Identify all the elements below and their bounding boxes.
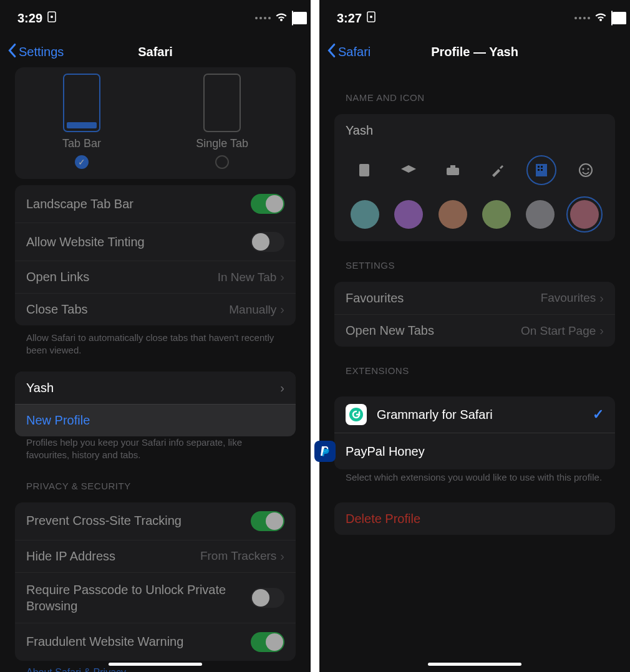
name-icon-header: NAME AND ICON <box>334 67 615 108</box>
row-label: Landscape Tab Bar <box>26 197 251 211</box>
battery-icon <box>611 11 613 26</box>
svg-point-13 <box>582 168 584 170</box>
row-label: Yash <box>26 381 280 395</box>
single-tab-option[interactable]: Single Tab <box>196 74 248 169</box>
briefcase-icon[interactable] <box>438 155 468 185</box>
open-links-row[interactable]: Open Links In New Tab › <box>15 261 296 293</box>
chevron-right-icon: › <box>599 291 604 305</box>
color-green[interactable] <box>482 200 511 229</box>
portrait-lock-icon <box>367 11 376 26</box>
color-picker <box>334 194 615 241</box>
toggle-off[interactable] <box>251 232 284 252</box>
id-badge-icon[interactable] <box>349 155 379 185</box>
chevron-left-icon <box>326 43 337 61</box>
checkmark-icon: ✓ <box>75 155 89 169</box>
back-button[interactable]: Settings <box>0 43 64 61</box>
open-new-tabs-row[interactable]: Open New Tabs On Start Page › <box>334 314 615 347</box>
extensions-group: Grammarly for Safari ✓ PayPal Honey <box>334 396 615 469</box>
settings-header: SETTINGS <box>334 241 615 276</box>
chevron-left-icon <box>6 43 17 61</box>
row-label: Open New Tabs <box>346 324 521 338</box>
svg-rect-6 <box>450 165 455 168</box>
chevron-right-icon: › <box>280 270 284 284</box>
color-purple[interactable] <box>394 200 423 229</box>
row-label: Grammarly for Safari <box>377 408 593 422</box>
smiley-icon[interactable] <box>571 155 601 185</box>
home-indicator[interactable] <box>109 663 202 666</box>
phone-right-profile-settings: 3:27 Safari Profile — Yash NAME AND ICON… <box>319 0 630 672</box>
wifi-icon <box>274 11 288 26</box>
svg-rect-11 <box>541 169 543 171</box>
svg-rect-8 <box>538 166 540 168</box>
home-indicator[interactable] <box>428 663 521 666</box>
single-tab-preview-icon <box>203 74 241 132</box>
svg-rect-10 <box>538 169 540 171</box>
status-time: 3:27 <box>337 11 362 26</box>
profile-yash-row[interactable]: Yash › <box>15 372 296 404</box>
color-teal[interactable] <box>351 200 379 229</box>
status-bar: 3:27 <box>319 0 630 36</box>
checkmark-icon: ✓ <box>593 406 604 423</box>
color-grey[interactable] <box>526 200 555 229</box>
row-value: In New Tab <box>218 271 277 284</box>
color-pink[interactable] <box>570 200 599 229</box>
back-label: Safari <box>338 45 371 59</box>
tab-bar-label: Tab Bar <box>62 137 101 150</box>
radio-unselected-icon <box>215 155 229 169</box>
wifi-icon <box>594 11 608 26</box>
row-label: Close Tabs <box>26 302 229 317</box>
color-orange[interactable] <box>439 200 467 229</box>
single-tab-label: Single Tab <box>196 137 248 150</box>
tab-bar-option[interactable]: Tab Bar ✓ <box>62 74 101 169</box>
row-value: Favourites <box>541 291 596 305</box>
new-profile-row[interactable]: New Profile <box>15 404 296 436</box>
back-label: Settings <box>19 45 64 59</box>
svg-point-3 <box>370 16 372 18</box>
nav-bar: Safari Profile — Yash <box>319 36 630 67</box>
row-label: PayPal Honey <box>346 444 604 459</box>
icon-picker <box>334 146 615 194</box>
toggle-on[interactable] <box>251 194 284 214</box>
extensions-header: EXTENSIONS <box>334 347 615 381</box>
battery-icon <box>292 11 293 26</box>
row-label: Favourites <box>346 291 541 305</box>
landscape-tab-bar-row[interactable]: Landscape Tab Bar <box>15 185 296 223</box>
profile-name-value[interactable]: Yash <box>346 123 604 138</box>
paypal-icon <box>314 441 336 462</box>
row-value: Manually <box>229 303 276 317</box>
chevron-right-icon: › <box>599 324 604 338</box>
graduation-cap-icon[interactable] <box>394 155 424 185</box>
status-bar: 3:29 <box>0 0 311 36</box>
cellular-dots-icon <box>574 17 590 19</box>
svg-rect-9 <box>541 166 543 168</box>
nav-bar: Settings Safari <box>0 36 311 67</box>
extension-grammarly-row[interactable]: Grammarly for Safari ✓ <box>334 396 615 433</box>
status-time: 3:29 <box>17 11 42 26</box>
tab-bar-preview-icon <box>63 74 100 132</box>
cellular-dots-icon <box>255 17 271 19</box>
profiles-group: Yash › New Profile <box>15 372 296 436</box>
building-icon[interactable] <box>526 155 556 185</box>
close-tabs-row[interactable]: Close Tabs Manually › <box>15 293 296 325</box>
extension-paypal-honey-row[interactable]: PayPal Honey <box>334 433 615 469</box>
allow-website-tinting-row[interactable]: Allow Website Tinting <box>15 223 296 261</box>
row-value: On Start Page <box>521 324 596 338</box>
chevron-right-icon: › <box>280 302 284 317</box>
back-button[interactable]: Safari <box>319 43 371 61</box>
chevron-right-icon: › <box>280 381 284 395</box>
svg-rect-4 <box>359 164 369 176</box>
favourites-row[interactable]: Favourites Favourites › <box>334 282 615 314</box>
phone-left-safari-settings: 3:29 Settings Safari Tab Bar ✓ <box>0 0 311 672</box>
portrait-lock-icon <box>47 11 56 26</box>
svg-point-1 <box>51 16 53 18</box>
tab-style-selector: Tab Bar ✓ Single Tab <box>15 67 296 179</box>
svg-point-14 <box>587 168 589 170</box>
grammarly-icon <box>346 404 367 425</box>
profile-name-field[interactable]: Yash <box>334 114 615 146</box>
row-label: Open Links <box>26 270 218 284</box>
hammer-icon[interactable] <box>482 155 512 185</box>
svg-rect-5 <box>447 168 459 175</box>
row-label: Allow Website Tinting <box>26 235 251 249</box>
close-tabs-note: Allow Safari to automatically close tabs… <box>15 325 296 357</box>
row-label: New Profile <box>26 413 284 428</box>
